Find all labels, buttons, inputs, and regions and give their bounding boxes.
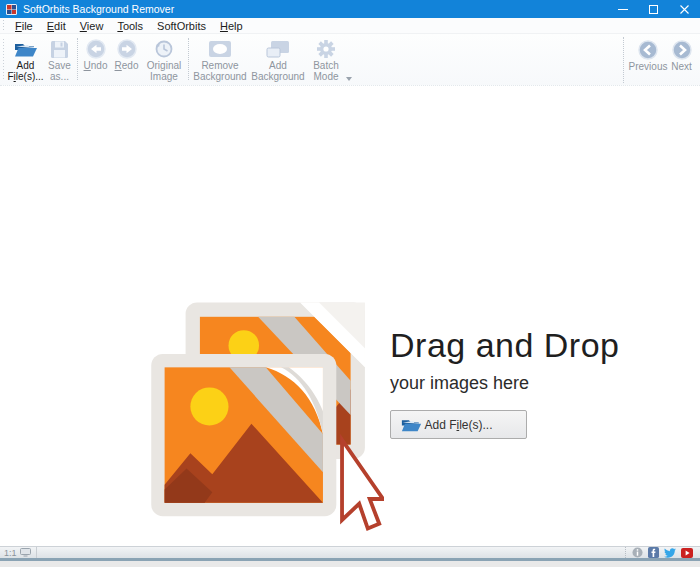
menu-help[interactable]: Help	[213, 19, 250, 33]
toolbar-add-background-label: Add Background	[251, 60, 305, 82]
next-icon	[672, 39, 692, 61]
monitor-icon	[20, 548, 31, 557]
drop-area[interactable]: Drag and Drop your images here Add File(…	[0, 86, 700, 546]
menu-softorbits[interactable]: SoftOrbits	[150, 19, 213, 33]
add-background-icon	[266, 38, 290, 60]
save-icon	[50, 38, 69, 60]
hero-subline: your images here	[390, 373, 620, 394]
menu-edit[interactable]: Edit	[40, 19, 73, 33]
app-window: SoftOrbits Background Remover File Edi	[0, 0, 700, 567]
close-icon	[680, 5, 689, 14]
toolbar-remove-background-button[interactable]: Remove Background	[191, 37, 249, 83]
undo-icon	[86, 38, 106, 60]
toolbar-original-image-label: Original Image	[144, 60, 184, 82]
toolbar-add-files-label: Add File(s)...	[7, 60, 43, 82]
youtube-icon[interactable]	[681, 548, 693, 558]
open-folder-icon	[14, 38, 38, 60]
toolbar-overflow-button[interactable]	[346, 77, 352, 81]
menubar-grip[interactable]	[2, 20, 5, 32]
toolbar-previous-button[interactable]: Previous	[629, 38, 667, 73]
toolbar-remove-background-label: Remove Background	[193, 60, 247, 82]
menu-tools[interactable]: Tools	[110, 19, 150, 33]
photos-illustration	[136, 290, 384, 542]
toolbar-batch-mode-label: Batch Mode	[309, 60, 343, 82]
maximize-icon	[649, 5, 658, 14]
hero-headline: Drag and Drop	[390, 324, 620, 366]
toolbar-save-as-label: Save as...	[46, 60, 73, 82]
minimize-button[interactable]	[607, 0, 638, 18]
menu-file[interactable]: File	[8, 19, 40, 33]
app-icon	[6, 4, 17, 15]
toolbar-redo-label: Redo	[115, 60, 139, 71]
statusbar: 1:1	[0, 546, 700, 558]
previous-icon	[638, 39, 658, 61]
toolbar-previous-label: Previous	[629, 61, 668, 72]
window-controls	[607, 0, 700, 18]
add-files-button[interactable]: Add File(s)...	[390, 410, 527, 439]
titlebar: SoftOrbits Background Remover	[0, 0, 700, 18]
toolbar-next-label: Next	[671, 61, 692, 72]
info-icon[interactable]	[632, 547, 643, 558]
add-files-button-label: Add File(s)...	[424, 418, 492, 432]
toolbar-redo-button[interactable]: Redo	[111, 37, 142, 72]
zoom-ratio-cell: 1:1	[0, 547, 37, 558]
window-bottom-band	[0, 561, 700, 567]
toolbar-undo-label: Undo	[84, 60, 108, 71]
redo-icon	[117, 38, 137, 60]
remove-background-icon	[208, 38, 232, 60]
close-button[interactable]	[669, 0, 700, 18]
toolbar-original-image-button[interactable]: Original Image	[142, 37, 186, 83]
toolbar: Add File(s)... Save as... Undo	[0, 34, 700, 86]
toolbar-separator	[188, 38, 189, 80]
maximize-button[interactable]	[638, 0, 669, 18]
front-photo-card	[151, 354, 336, 516]
window-title: SoftOrbits Background Remover	[23, 3, 607, 15]
gear-icon	[316, 38, 336, 60]
overflow-chevron-icon	[346, 77, 352, 81]
menubar: File Edit View Tools SoftOrbits Help	[0, 18, 700, 34]
toolbar-add-background-button[interactable]: Add Background	[249, 37, 307, 83]
twitter-icon[interactable]	[664, 547, 676, 559]
statusbar-links	[625, 547, 700, 558]
hero-text-block: Drag and Drop your images here Add File(…	[390, 324, 620, 439]
toolbar-batch-mode-button[interactable]: Batch Mode	[307, 37, 345, 83]
history-icon	[154, 38, 174, 60]
toolbar-undo-button[interactable]: Undo	[80, 37, 111, 72]
toolbar-next-button[interactable]: Next	[667, 38, 696, 73]
open-folder-icon	[401, 417, 422, 433]
toolbar-separator	[77, 38, 78, 80]
facebook-icon[interactable]	[648, 547, 659, 558]
menu-view[interactable]: View	[73, 19, 111, 33]
toolbar-grip[interactable]	[2, 39, 5, 79]
minimize-icon	[618, 4, 628, 14]
toolbar-save-as-button[interactable]: Save as...	[44, 37, 75, 83]
toolbar-navigation-group: Previous Next	[623, 37, 700, 83]
zoom-ratio-label: 1:1	[4, 548, 17, 558]
toolbar-add-files-button[interactable]: Add File(s)...	[7, 37, 44, 83]
